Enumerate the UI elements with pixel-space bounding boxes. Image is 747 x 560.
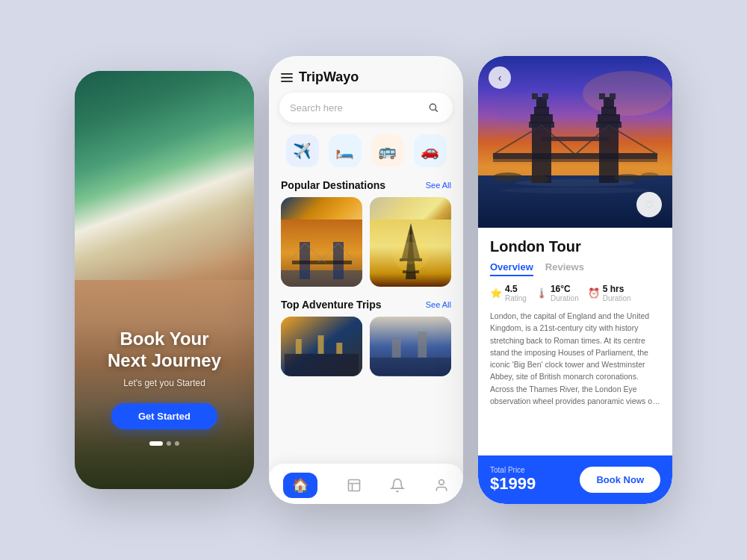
search-bar[interactable]: Search here xyxy=(279,93,453,122)
london-description: London, the capital of England and the U… xyxy=(490,310,660,407)
popular-see-all[interactable]: See All xyxy=(426,181,451,190)
svg-rect-50 xyxy=(610,93,616,99)
phone2-header: TripWayo xyxy=(269,56,463,93)
svg-rect-21 xyxy=(318,335,324,354)
hamburger-icon[interactable] xyxy=(281,73,293,82)
svg-point-36 xyxy=(500,187,650,193)
paris-card[interactable]: Paris $2400.0 xyxy=(370,197,451,287)
price-value: $1999 xyxy=(490,474,536,494)
paris-image xyxy=(370,197,451,264)
heart-button[interactable]: ♡ xyxy=(636,192,662,217)
svg-point-0 xyxy=(430,104,436,110)
svg-rect-27 xyxy=(348,480,359,491)
svg-rect-5 xyxy=(292,261,352,264)
svg-point-58 xyxy=(493,172,523,181)
svg-point-30 xyxy=(438,480,444,485)
svg-rect-19 xyxy=(285,354,359,376)
svg-rect-26 xyxy=(418,332,427,358)
search-icon[interactable] xyxy=(424,99,442,116)
popular-title: Popular Destinations xyxy=(281,179,385,191)
adventure-cards xyxy=(269,317,463,464)
london-tabs: Overview Reviews xyxy=(490,261,660,276)
bottom-nav: 🏠 xyxy=(269,464,463,504)
svg-rect-24 xyxy=(370,358,451,376)
svg-rect-52 xyxy=(493,159,657,162)
adventure-title: Top Adventure Trips xyxy=(281,299,382,311)
dot-3 xyxy=(175,441,179,446)
phone1-content: Book Your Next Journey Let's get you Sta… xyxy=(75,329,254,429)
london-image xyxy=(281,197,362,264)
phone-1: Book Your Next Journey Let's get you Sta… xyxy=(75,71,254,489)
nav-home[interactable]: 🏠 xyxy=(283,473,317,498)
svg-rect-22 xyxy=(336,343,342,354)
london-stats: ⭐ 4.5 Rating 🌡️ 16°C Duration ⏰ xyxy=(490,284,660,302)
phone1-background: Book Your Next Journey Let's get you Sta… xyxy=(75,71,254,489)
overview-tab[interactable]: Overview xyxy=(490,261,533,276)
phone-3: ‹ ♡ London Tour Overview Reviews ⭐ 4.5 R… xyxy=(478,56,672,504)
duration-stat: ⏰ 5 hrs Duration xyxy=(588,284,631,302)
svg-rect-25 xyxy=(392,339,401,358)
dot-2 xyxy=(167,441,171,446)
svg-point-61 xyxy=(641,172,659,178)
svg-point-32 xyxy=(583,71,672,116)
temperature-stat: 🌡️ 16°C Duration xyxy=(536,284,579,302)
search-placeholder: Search here xyxy=(290,102,418,113)
dot-1 xyxy=(149,441,163,446)
svg-point-17 xyxy=(400,242,422,264)
london-tour-title: London Tour xyxy=(490,238,660,255)
category-icons: ✈️ 🛏️ 🚌 🚗 xyxy=(269,131,463,176)
svg-rect-49 xyxy=(599,93,605,99)
destination-cards: London $2000.0 xyxy=(269,197,463,296)
app-title: TripWayo xyxy=(299,69,359,85)
reviews-tab[interactable]: Reviews xyxy=(545,261,584,276)
svg-rect-42 xyxy=(532,93,538,99)
home-icon-bg: 🏠 xyxy=(283,473,317,498)
phones-container: Book Your Next Journey Let's get you Sta… xyxy=(52,34,695,526)
adventure-card-1[interactable] xyxy=(281,317,362,376)
popular-section-header: Popular Destinations See All xyxy=(269,176,463,197)
svg-rect-43 xyxy=(542,93,548,99)
nav-notifications[interactable] xyxy=(390,478,405,493)
get-started-button[interactable]: Get Started xyxy=(111,403,217,429)
flight-icon[interactable]: ✈️ xyxy=(286,134,319,167)
back-button[interactable]: ‹ xyxy=(489,66,511,89)
book-now-button[interactable]: Book Now xyxy=(580,467,660,493)
svg-point-59 xyxy=(527,175,549,183)
hotel-icon[interactable]: 🛏️ xyxy=(329,134,362,167)
london-card[interactable]: London $2000.0 xyxy=(281,197,362,287)
dot-indicator xyxy=(149,441,179,446)
bus-icon[interactable]: 🚌 xyxy=(371,134,404,167)
svg-point-60 xyxy=(614,174,641,181)
nav-search[interactable] xyxy=(347,478,362,493)
london-info: London Tour Overview Reviews ⭐ 4.5 Ratin… xyxy=(478,228,672,455)
price-info: Total Price $1999 xyxy=(490,466,536,494)
adventure-section-header: Top Adventure Trips See All xyxy=(269,296,463,317)
london-hero: ‹ ♡ xyxy=(478,56,672,228)
svg-rect-53 xyxy=(542,137,609,141)
price-bar: Total Price $1999 Book Now xyxy=(478,455,672,504)
svg-line-1 xyxy=(436,110,438,112)
car-icon[interactable]: 🚗 xyxy=(414,134,447,167)
phone1-title: Book Your Next Journey xyxy=(75,329,254,372)
svg-rect-10 xyxy=(281,270,362,287)
rating-stat: ⭐ 4.5 Rating xyxy=(490,284,527,302)
nav-profile[interactable] xyxy=(434,478,449,493)
price-label: Total Price xyxy=(490,466,536,474)
phone-2: TripWayo Search here ✈️ 🛏️ 🚌 🚗 Popular D… xyxy=(269,56,463,504)
phone1-subtitle: Let's get you Started xyxy=(75,378,254,388)
adventure-see-all[interactable]: See All xyxy=(426,300,451,309)
svg-rect-20 xyxy=(296,339,302,354)
adventure-card-2[interactable] xyxy=(370,317,451,376)
